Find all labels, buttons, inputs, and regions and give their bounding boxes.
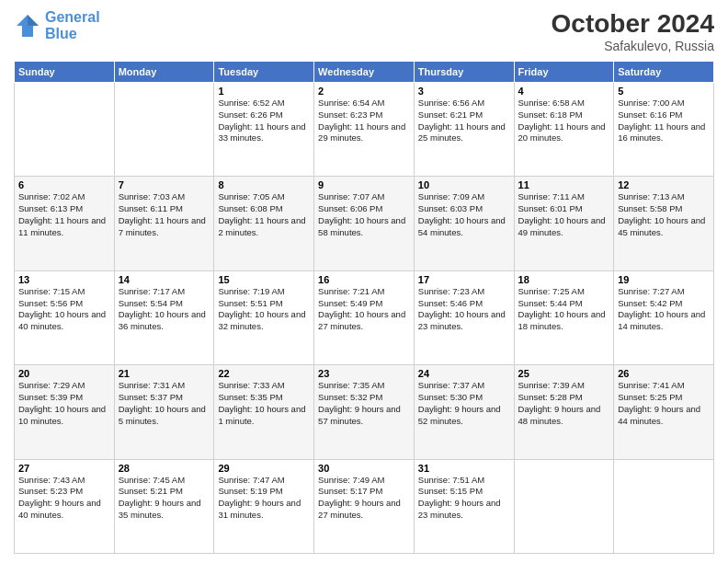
day-info: Sunrise: 7:15 AMSunset: 5:56 PMDaylight:… — [18, 286, 110, 333]
col-thursday: Thursday — [414, 62, 514, 83]
table-cell: 24Sunrise: 7:37 AMSunset: 5:30 PMDayligh… — [414, 365, 514, 459]
calendar-week-row: 20Sunrise: 7:29 AMSunset: 5:39 PMDayligh… — [15, 365, 714, 459]
table-cell: 14Sunrise: 7:17 AMSunset: 5:54 PMDayligh… — [114, 270, 214, 364]
table-cell — [15, 83, 115, 177]
day-number: 30 — [318, 463, 410, 474]
logo-general: General — [45, 9, 100, 25]
calendar-week-row: 6Sunrise: 7:02 AMSunset: 6:13 PMDaylight… — [15, 177, 714, 270]
table-cell: 27Sunrise: 7:43 AMSunset: 5:23 PMDayligh… — [15, 459, 115, 553]
day-info: Sunrise: 7:29 AMSunset: 5:39 PMDaylight:… — [18, 380, 110, 427]
day-info: Sunrise: 7:09 AMSunset: 6:03 PMDaylight:… — [418, 191, 510, 238]
day-number: 28 — [119, 463, 210, 474]
day-info: Sunrise: 6:54 AMSunset: 6:23 PMDaylight:… — [318, 98, 410, 144]
logo-text: General Blue — [45, 9, 100, 41]
day-info: Sunrise: 7:49 AMSunset: 5:17 PMDaylight:… — [318, 475, 410, 522]
col-friday: Friday — [514, 62, 614, 83]
day-info: Sunrise: 7:23 AMSunset: 5:46 PMDaylight:… — [418, 286, 510, 333]
table-cell: 22Sunrise: 7:33 AMSunset: 5:35 PMDayligh… — [214, 365, 314, 459]
weekday-header-row: Sunday Monday Tuesday Wednesday Thursday… — [15, 62, 714, 83]
logo-blue: Blue — [45, 26, 77, 41]
table-cell: 21Sunrise: 7:31 AMSunset: 5:37 PMDayligh… — [114, 365, 214, 459]
day-info: Sunrise: 7:03 AMSunset: 6:11 PMDaylight:… — [119, 191, 210, 238]
day-number: 7 — [119, 179, 210, 190]
calendar-table: Sunday Monday Tuesday Wednesday Thursday… — [14, 61, 714, 554]
table-cell: 18Sunrise: 7:25 AMSunset: 5:44 PMDayligh… — [514, 270, 614, 364]
table-cell: 8Sunrise: 7:05 AMSunset: 6:08 PMDaylight… — [214, 177, 314, 270]
day-number: 26 — [618, 368, 710, 379]
logo: General Blue — [14, 9, 100, 41]
col-monday: Monday — [114, 62, 214, 83]
day-info: Sunrise: 7:11 AMSunset: 6:01 PMDaylight:… — [518, 191, 610, 238]
day-info: Sunrise: 7:17 AMSunset: 5:54 PMDaylight:… — [119, 286, 210, 333]
calendar-week-row: 27Sunrise: 7:43 AMSunset: 5:23 PMDayligh… — [15, 459, 714, 553]
svg-marker-1 — [28, 15, 39, 26]
day-number: 20 — [18, 368, 110, 379]
day-number: 27 — [18, 463, 110, 474]
day-info: Sunrise: 7:45 AMSunset: 5:21 PMDaylight:… — [119, 475, 210, 522]
table-cell: 17Sunrise: 7:23 AMSunset: 5:46 PMDayligh… — [414, 270, 514, 364]
day-info: Sunrise: 7:07 AMSunset: 6:06 PMDaylight:… — [318, 191, 410, 238]
page: General Blue October 2024 Safakulevo, Ru… — [0, 0, 728, 563]
day-number: 9 — [318, 179, 410, 190]
table-cell: 4Sunrise: 6:58 AMSunset: 6:18 PMDaylight… — [514, 83, 614, 177]
day-number: 15 — [218, 274, 310, 285]
table-cell: 16Sunrise: 7:21 AMSunset: 5:49 PMDayligh… — [314, 270, 415, 364]
table-cell: 11Sunrise: 7:11 AMSunset: 6:01 PMDayligh… — [514, 177, 614, 270]
table-cell: 29Sunrise: 7:47 AMSunset: 5:19 PMDayligh… — [214, 459, 314, 553]
day-info: Sunrise: 7:35 AMSunset: 5:32 PMDaylight:… — [318, 380, 410, 427]
table-cell: 15Sunrise: 7:19 AMSunset: 5:51 PMDayligh… — [214, 270, 314, 364]
col-tuesday: Tuesday — [214, 62, 314, 83]
day-info: Sunrise: 7:43 AMSunset: 5:23 PMDaylight:… — [18, 475, 110, 522]
day-info: Sunrise: 7:37 AMSunset: 5:30 PMDaylight:… — [418, 380, 510, 427]
day-info: Sunrise: 7:21 AMSunset: 5:49 PMDaylight:… — [318, 286, 410, 333]
day-info: Sunrise: 7:51 AMSunset: 5:15 PMDaylight:… — [418, 475, 510, 522]
day-number: 11 — [518, 179, 610, 190]
table-cell: 25Sunrise: 7:39 AMSunset: 5:28 PMDayligh… — [514, 365, 614, 459]
day-number: 1 — [218, 86, 310, 97]
day-number: 17 — [418, 274, 510, 285]
title-block: October 2024 Safakulevo, Russia — [552, 9, 714, 53]
day-info: Sunrise: 7:47 AMSunset: 5:19 PMDaylight:… — [218, 475, 310, 522]
day-number: 25 — [518, 368, 610, 379]
day-info: Sunrise: 7:33 AMSunset: 5:35 PMDaylight:… — [218, 380, 310, 427]
day-number: 23 — [318, 368, 410, 379]
day-info: Sunrise: 7:27 AMSunset: 5:42 PMDaylight:… — [618, 286, 710, 333]
day-number: 4 — [518, 86, 610, 97]
col-saturday: Saturday — [614, 62, 714, 83]
table-cell: 20Sunrise: 7:29 AMSunset: 5:39 PMDayligh… — [15, 365, 115, 459]
day-number: 14 — [119, 274, 210, 285]
table-cell: 1Sunrise: 6:52 AMSunset: 6:26 PMDaylight… — [214, 83, 314, 177]
table-cell: 2Sunrise: 6:54 AMSunset: 6:23 PMDaylight… — [314, 83, 415, 177]
day-info: Sunrise: 7:41 AMSunset: 5:25 PMDaylight:… — [618, 380, 710, 427]
table-cell: 6Sunrise: 7:02 AMSunset: 6:13 PMDaylight… — [15, 177, 115, 270]
day-number: 24 — [418, 368, 510, 379]
header: General Blue October 2024 Safakulevo, Ru… — [14, 9, 714, 53]
table-cell: 26Sunrise: 7:41 AMSunset: 5:25 PMDayligh… — [614, 365, 714, 459]
day-number: 8 — [218, 179, 310, 190]
col-wednesday: Wednesday — [314, 62, 415, 83]
day-info: Sunrise: 6:52 AMSunset: 6:26 PMDaylight:… — [218, 98, 310, 144]
day-number: 31 — [418, 463, 510, 474]
day-info: Sunrise: 7:25 AMSunset: 5:44 PMDaylight:… — [518, 286, 610, 333]
table-cell: 3Sunrise: 6:56 AMSunset: 6:21 PMDaylight… — [414, 83, 514, 177]
table-cell: 31Sunrise: 7:51 AMSunset: 5:15 PMDayligh… — [414, 459, 514, 553]
location-subtitle: Safakulevo, Russia — [552, 39, 714, 53]
table-cell: 5Sunrise: 7:00 AMSunset: 6:16 PMDaylight… — [614, 83, 714, 177]
calendar-week-row: 1Sunrise: 6:52 AMSunset: 6:26 PMDaylight… — [15, 83, 714, 177]
table-cell: 19Sunrise: 7:27 AMSunset: 5:42 PMDayligh… — [614, 270, 714, 364]
table-cell — [614, 459, 714, 553]
table-cell: 30Sunrise: 7:49 AMSunset: 5:17 PMDayligh… — [314, 459, 415, 553]
day-info: Sunrise: 7:39 AMSunset: 5:28 PMDaylight:… — [518, 380, 610, 427]
day-number: 21 — [119, 368, 210, 379]
day-number: 2 — [318, 86, 410, 97]
day-number: 10 — [418, 179, 510, 190]
table-cell: 9Sunrise: 7:07 AMSunset: 6:06 PMDaylight… — [314, 177, 415, 270]
day-info: Sunrise: 7:00 AMSunset: 6:16 PMDaylight:… — [618, 98, 710, 144]
table-cell: 7Sunrise: 7:03 AMSunset: 6:11 PMDaylight… — [114, 177, 214, 270]
day-number: 16 — [318, 274, 410, 285]
day-number: 22 — [218, 368, 310, 379]
table-cell: 23Sunrise: 7:35 AMSunset: 5:32 PMDayligh… — [314, 365, 415, 459]
table-cell: 12Sunrise: 7:13 AMSunset: 5:58 PMDayligh… — [614, 177, 714, 270]
table-cell: 10Sunrise: 7:09 AMSunset: 6:03 PMDayligh… — [414, 177, 514, 270]
day-info: Sunrise: 7:05 AMSunset: 6:08 PMDaylight:… — [218, 191, 310, 238]
